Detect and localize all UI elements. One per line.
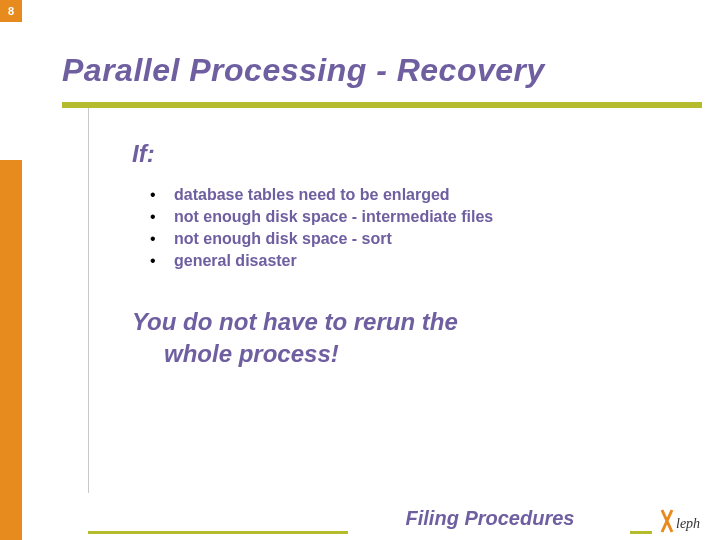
page-number: 8 <box>0 0 22 22</box>
bullet-text: general disaster <box>174 252 297 270</box>
svg-text:leph: leph <box>676 516 700 531</box>
slide-title: Parallel Processing - Recovery <box>62 52 545 89</box>
title-underline <box>62 102 702 108</box>
aleph-logo: leph <box>658 506 714 536</box>
bullet-icon: • <box>150 252 174 270</box>
footer-underline-right <box>630 531 652 534</box>
bullet-text: not enough disk space - intermediate fil… <box>174 208 493 226</box>
footer-title: Filing Procedures <box>350 507 630 530</box>
if-heading: If: <box>132 140 672 168</box>
content-area: If: • database tables need to be enlarge… <box>132 140 672 371</box>
list-item: • not enough disk space - intermediate f… <box>150 208 672 226</box>
content-divider <box>88 108 89 493</box>
list-item: • not enough disk space - sort <box>150 230 672 248</box>
bullet-text: database tables need to be enlarged <box>174 186 450 204</box>
bullet-text: not enough disk space - sort <box>174 230 392 248</box>
bullet-icon: • <box>150 186 174 204</box>
footer-underline-left <box>88 531 348 534</box>
conclusion-line-1: You do not have to rerun the <box>132 308 458 335</box>
list-item: • database tables need to be enlarged <box>150 186 672 204</box>
bullet-icon: • <box>150 208 174 226</box>
list-item: • general disaster <box>150 252 672 270</box>
conclusion-text: You do not have to rerun the whole proce… <box>132 306 672 371</box>
bullet-list: • database tables need to be enlarged • … <box>150 186 672 270</box>
bullet-icon: • <box>150 230 174 248</box>
left-accent-bar <box>0 160 22 540</box>
conclusion-line-2: whole process! <box>132 338 672 370</box>
